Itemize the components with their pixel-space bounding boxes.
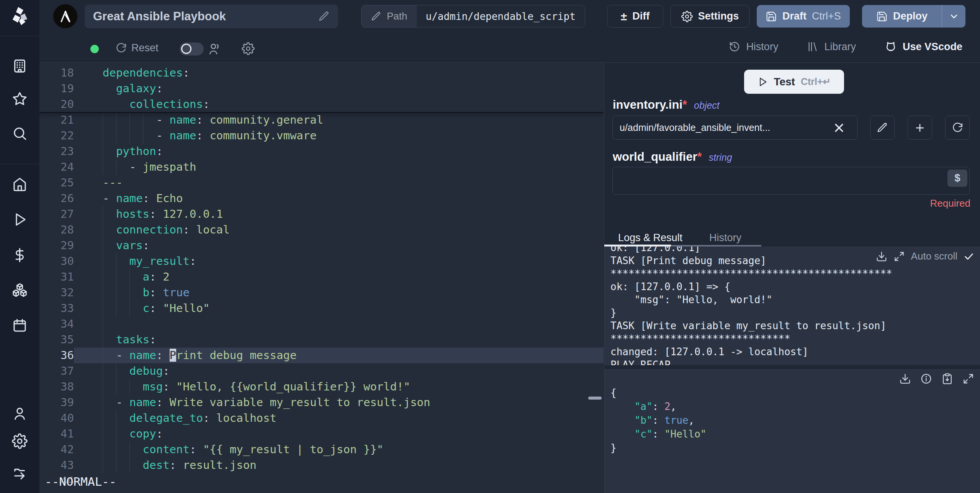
expand-result-icon[interactable] — [962, 373, 974, 385]
account-user-icon[interactable] — [12, 406, 28, 421]
path-button[interactable]: Path u/admin/dependable_script — [361, 5, 585, 28]
code-line-33[interactable]: 33 c: "Hello" — [39, 300, 604, 316]
code-line-41[interactable]: 41 copy: — [39, 426, 604, 442]
path-label: Path — [387, 10, 407, 22]
library-button[interactable]: Library — [807, 41, 856, 53]
expand-logs-icon[interactable] — [893, 251, 905, 262]
windmill-logo-icon[interactable] — [10, 6, 30, 26]
result-line: { — [610, 386, 974, 400]
code-line-40[interactable]: 40 delegate_to: localhost — [39, 410, 604, 426]
draft-button[interactable]: Draft Ctrl+S — [757, 5, 850, 28]
code-line-26[interactable]: 26- name: Echo — [39, 191, 604, 206]
use-vscode-button[interactable]: Use VScode — [884, 40, 962, 53]
code-line-29[interactable]: 29 vars: — [39, 238, 604, 253]
code-line-38[interactable]: 38 msg: "Hello, {{world_qualifier}} worl… — [39, 379, 604, 395]
library-icon — [807, 41, 819, 53]
insert-variable-button[interactable]: $ — [947, 170, 967, 187]
edit-inventory-button[interactable] — [870, 116, 895, 140]
multiplayer-button[interactable] — [208, 42, 222, 56]
code-line-44[interactable]: 44 — [39, 473, 604, 489]
deploy-split-button: Deploy — [862, 5, 965, 28]
deploy-label: Deploy — [893, 10, 928, 22]
inventory-field-label: inventory.ini * object — [613, 98, 720, 112]
top-header: Great Ansible Playbook Path u/admin/depe… — [39, 0, 980, 62]
search-icon[interactable] — [12, 126, 28, 141]
code-line-23[interactable]: 23 python: — [39, 144, 604, 159]
code-line-37[interactable]: 37 debug: — [39, 363, 604, 379]
autoscroll-check-icon[interactable] — [964, 251, 974, 262]
test-button[interactable]: Test Ctrl+↵ — [744, 70, 844, 94]
code-line-36[interactable]: 36 - name: Print debug message — [39, 348, 604, 363]
line-number: 31 — [39, 269, 74, 285]
required-asterisk: * — [697, 150, 702, 164]
variables-dollar-icon[interactable] — [12, 247, 28, 263]
code-line-27[interactable]: 27 hosts: 127.0.0.1 — [39, 206, 604, 222]
line-number: 39 — [39, 395, 74, 410]
line-number: 34 — [39, 316, 74, 332]
code-line-32[interactable]: 32 b: true — [39, 285, 604, 300]
code-line-39[interactable]: 39 - name: Write variable my_result to r… — [39, 395, 604, 410]
tab-history[interactable]: History — [709, 232, 741, 244]
log-line: changed: [127.0.0.1 -> localhost] — [610, 345, 974, 358]
diff-icon: ± — [621, 10, 627, 23]
tab-logs-result[interactable]: Logs & Result — [618, 232, 682, 244]
code-line-22[interactable]: 22 - name: community.vmware — [39, 128, 604, 144]
draft-label: Draft — [782, 10, 807, 22]
code-line-19[interactable]: 19 galaxy: — [39, 81, 604, 96]
pencil-icon — [877, 122, 888, 134]
code-line-35[interactable]: 35 tasks: — [39, 332, 604, 348]
info-icon[interactable] — [920, 373, 932, 385]
code-line-31[interactable]: 31 a: 2 — [39, 269, 604, 285]
edit-title-pencil-icon[interactable] — [318, 11, 330, 22]
settings-button[interactable]: Settings — [671, 5, 749, 28]
code-line-42[interactable]: 42 content: "{{ my_result | to_json }}" — [39, 442, 604, 457]
line-number: 29 — [39, 238, 74, 253]
line-number: 33 — [39, 300, 74, 316]
code-editor[interactable]: 18dependencies:19 galaxy:20 collections:… — [39, 62, 604, 493]
code-line-30[interactable]: 30 my_result: — [39, 253, 604, 269]
editor-scrollbar-handle[interactable] — [588, 397, 602, 400]
schedules-calendar-icon[interactable] — [12, 318, 28, 333]
code-line-34[interactable]: 34 — [39, 316, 604, 332]
line-number: 30 — [39, 253, 74, 269]
logout-icon[interactable] — [12, 465, 28, 481]
test-label: Test — [774, 76, 795, 88]
diff-button[interactable]: ± Diff — [607, 5, 663, 28]
code-line-25[interactable]: 25--- — [39, 175, 604, 191]
copy-result-icon[interactable] — [941, 373, 953, 385]
result-output: { "a": 2, "b": true, "c": "Hello"} — [604, 369, 980, 493]
code-line-18[interactable]: 18dependencies: — [39, 65, 604, 81]
diff-mode-toggle[interactable] — [180, 42, 204, 56]
refresh-resource-button[interactable] — [945, 116, 970, 140]
result-line: "a": 2, — [610, 400, 974, 413]
runs-play-icon[interactable] — [12, 212, 28, 227]
sidebar-divider — [0, 36, 39, 36]
resources-cubes-icon[interactable] — [12, 283, 28, 299]
inventory-input[interactable] — [612, 116, 857, 140]
editor-settings-button[interactable] — [242, 42, 255, 55]
world-qualifier-input[interactable] — [612, 167, 970, 195]
workspace-building-icon[interactable] — [12, 58, 28, 74]
clear-inventory-x-icon[interactable] — [832, 121, 846, 135]
run-panel: Test Ctrl+↵ inventory.ini * object world… — [604, 62, 980, 493]
download-result-icon[interactable] — [899, 373, 911, 385]
script-title-input[interactable]: Great Ansible Playbook — [85, 5, 338, 28]
reset-button[interactable]: Reset — [115, 42, 159, 54]
code-line-20[interactable]: 20 collections: — [39, 96, 604, 112]
code-line-21[interactable]: 21 - name: community.general — [39, 112, 604, 128]
code-line-28[interactable]: 28 connection: local — [39, 222, 604, 238]
deploy-button[interactable]: Deploy — [862, 5, 942, 28]
deploy-dropdown-button[interactable] — [942, 5, 965, 28]
line-number: 20 — [39, 96, 74, 112]
save-icon — [876, 11, 888, 22]
home-icon[interactable] — [12, 176, 28, 192]
download-logs-icon[interactable] — [876, 251, 887, 262]
line-number: 28 — [39, 222, 74, 238]
settings-gear-icon[interactable] — [12, 433, 28, 449]
script-title: Great Ansible Playbook — [93, 10, 318, 23]
history-button[interactable]: History — [728, 41, 778, 53]
code-line-24[interactable]: 24 - jmespath — [39, 159, 604, 175]
code-line-43[interactable]: 43 dest: result.json — [39, 457, 604, 473]
add-resource-button[interactable] — [908, 116, 932, 140]
favorites-star-icon[interactable] — [12, 91, 28, 107]
